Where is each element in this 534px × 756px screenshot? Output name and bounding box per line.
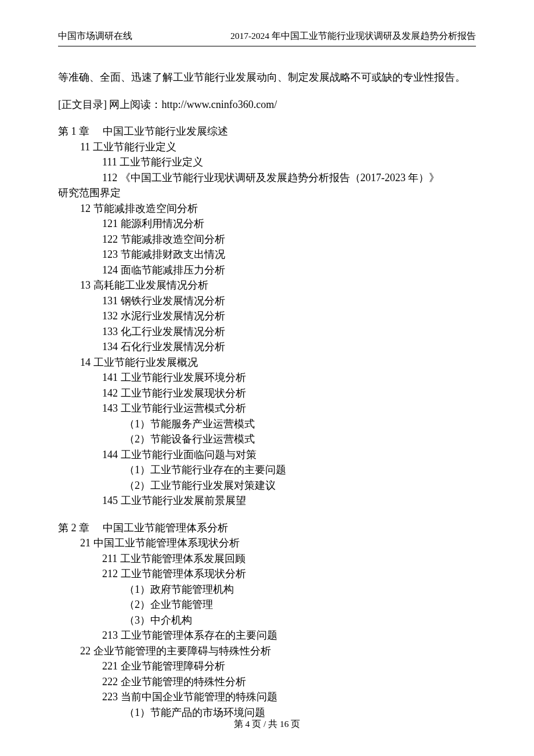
- toc-entry: 141 工业节能行业发展环境分析: [102, 370, 476, 386]
- intro-paragraph: 等准确、全面、迅速了解工业节能行业发展动向、制定发展战略不可或缺的专业性报告。: [58, 70, 476, 85]
- toc-entry: 134 石化行业发展情况分析: [102, 339, 476, 355]
- toc-entry: 213 工业节能管理体系存在的主要问题: [102, 628, 476, 643]
- toc-entry: 第 2 章 中国工业节能管理体系分析: [58, 520, 476, 536]
- toc-entry: 111 工业节能行业定义: [102, 154, 476, 170]
- document-page: 中国市场调研在线 2017-2024 年中国工业节能行业现状调研及发展趋势分析报…: [0, 0, 534, 756]
- toc-entry: 14 工业节能行业发展概况: [80, 355, 476, 370]
- toc-entry: 13 高耗能工业发展情况分析: [80, 278, 476, 293]
- page-body: 等准确、全面、迅速了解工业节能行业发展动向、制定发展战略不可或缺的专业性报告。 …: [58, 70, 476, 720]
- toc-entry: 223 当前中国企业节能管理的特殊问题: [102, 689, 476, 705]
- toc-entry: 212 工业节能管理体系现状分析: [102, 566, 476, 582]
- page-header: 中国市场调研在线 2017-2024 年中国工业节能行业现状调研及发展趋势分析报…: [58, 30, 476, 46]
- toc-entry: 122 节能减排改造空间分析: [102, 232, 476, 247]
- toc-entry: （2）企业节能管理: [124, 597, 476, 613]
- toc-entry: 第 1 章 中国工业节能行业发展综述: [58, 124, 476, 139]
- toc-entry: 21 中国工业节能管理体系现状分析: [80, 535, 476, 551]
- toc-entry: 145 工业节能行业发展前景展望: [102, 493, 476, 509]
- toc-entry: 12 节能减排改造空间分析: [80, 201, 476, 217]
- page-footer: 第 4 页 / 共 16 页: [0, 718, 534, 730]
- toc-entry: （2）节能设备行业运营模式: [124, 431, 476, 447]
- toc-entry: （1）工业节能行业存在的主要问题: [124, 462, 476, 478]
- toc-entry: 112 《中国工业节能行业现状调研及发展趋势分析报告（2017-2023 年）》: [102, 170, 476, 186]
- toc-entry: 22 企业节能管理的主要障碍与特殊性分析: [80, 643, 476, 659]
- toc-entry: 124 面临节能减排压力分析: [102, 262, 476, 278]
- toc-entry: （1）政府节能管理机构: [124, 582, 476, 597]
- header-right: 2017-2024 年中国工业节能行业现状调研及发展趋势分析报告: [230, 30, 476, 42]
- toc-entry: 211 工业节能管理体系发展回顾: [102, 551, 476, 567]
- toc-entry: 121 能源利用情况分析: [102, 216, 476, 232]
- toc-entry: 11 工业节能行业定义: [80, 139, 476, 155]
- toc-entry: 222 企业节能管理的特殊性分析: [102, 674, 476, 690]
- toc-chapter-2: 第 2 章 中国工业节能管理体系分析21 中国工业节能管理体系现状分析211 工…: [58, 520, 476, 721]
- toc-entry: 133 化工行业发展情况分析: [102, 324, 476, 340]
- toc-entry: 144 工业节能行业面临问题与对策: [102, 447, 476, 463]
- toc-entry: 研究范围界定: [58, 185, 476, 201]
- header-left: 中国市场调研在线: [58, 30, 132, 42]
- toc-entry: 221 企业节能管理障碍分析: [102, 658, 476, 674]
- toc-entry: 132 水泥行业发展情况分析: [102, 308, 476, 324]
- toc-entry: 143 工业节能行业运营模式分析: [102, 401, 476, 416]
- toc-entry: （1）节能服务产业运营模式: [124, 416, 476, 432]
- toc-entry: 123 节能减排财政支出情况: [102, 247, 476, 262]
- toc-entry: （2）工业节能行业发展对策建议: [124, 478, 476, 494]
- toc-entry: （3）中介机构: [124, 613, 476, 628]
- toc-entry: 131 钢铁行业发展情况分析: [102, 293, 476, 309]
- toc-entry: 142 工业节能行业发展现状分析: [102, 386, 476, 401]
- toc-chapter-1: 第 1 章 中国工业节能行业发展综述11 工业节能行业定义111 工业节能行业定…: [58, 124, 476, 509]
- online-reading-link: [正文目录] 网上阅读：http://www.cninfo360.com/: [58, 97, 476, 113]
